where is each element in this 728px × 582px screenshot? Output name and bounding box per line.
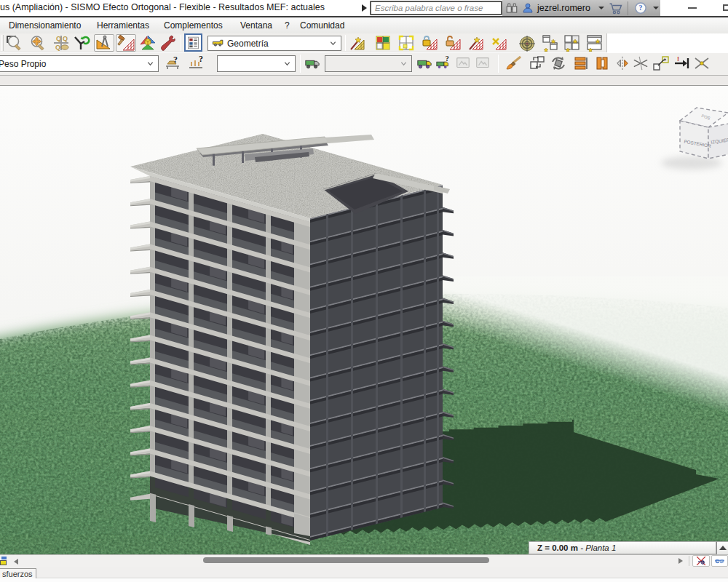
svg-text:?: ?	[638, 4, 642, 12]
svg-text:!: !	[677, 55, 679, 63]
svg-text:?: ?	[199, 55, 203, 64]
svg-text:Q: Q	[63, 35, 68, 42]
svg-text:Q: Q	[55, 44, 60, 51]
svg-text:?: ?	[173, 55, 178, 65]
svg-text:?: ?	[446, 55, 449, 63]
svg-text:Q: Q	[56, 35, 61, 42]
